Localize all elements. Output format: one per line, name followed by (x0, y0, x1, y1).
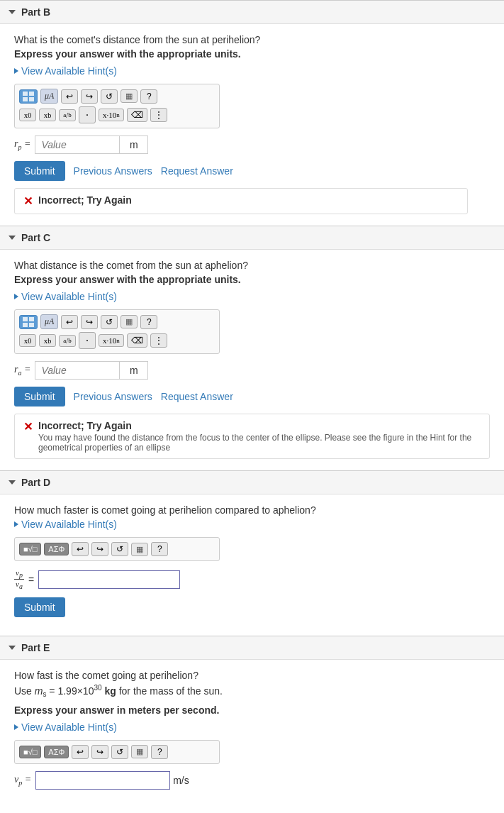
toolbar-b-row1: μA ↩ ↪ ↺ ▦ ? (19, 89, 215, 104)
tb-b-frac-btn[interactable]: a/b (59, 109, 76, 121)
tb-b-help-btn[interactable]: ? (140, 89, 157, 104)
tb-b-dot-btn[interactable]: · (79, 106, 96, 123)
part-b-feedback-content: Incorrect; Try Again (38, 194, 132, 206)
part-d-submit-button[interactable]: Submit (14, 597, 65, 617)
tb-c-del-btn[interactable]: ⌫ (127, 333, 147, 348)
tb-b-undo-btn[interactable]: ↩ (61, 89, 78, 104)
part-c-prev-answers-link[interactable]: Previous Answers (74, 391, 152, 402)
tb-e-greek-btn[interactable]: ΑΣΦ (44, 746, 69, 758)
tb-c-reset-btn[interactable]: ↺ (101, 315, 118, 329)
part-b-header: Part B (0, 1, 504, 24)
tb-b-del-btn[interactable]: ⌫ (127, 108, 147, 122)
part-e-header: Part E (0, 636, 504, 660)
tb-d-greek-btn[interactable]: ΑΣΦ (44, 543, 69, 555)
part-c-body: What distance is the comet from the sun … (0, 250, 504, 470)
part-e-hint-label: View Available Hint(s) (21, 721, 117, 733)
part-c-title: Part C (21, 232, 50, 243)
part-b-request-answer-link[interactable]: Request Answer (161, 165, 233, 177)
tb-d-reset-btn[interactable]: ↺ (111, 542, 128, 556)
tb-d-keyboard-btn[interactable]: ▦ (131, 543, 148, 556)
tb-e-help-btn[interactable]: ? (151, 745, 168, 759)
part-d-hint-label: View Available Hint(s) (21, 519, 117, 530)
part-b-question: What is the comet's distance from the su… (14, 34, 490, 45)
part-c-hint-label: View Available Hint(s) (21, 291, 117, 302)
tb-d-sqrt-btn[interactable]: ■√□ (19, 543, 41, 555)
part-b-incorrect-icon: ✕ (23, 194, 33, 208)
tb-b-reset-btn[interactable]: ↺ (101, 89, 118, 104)
part-c-incorrect-icon: ✕ (23, 420, 33, 433)
tb-c-sci-btn[interactable]: x·10n (99, 334, 124, 347)
part-e-section: Part E How fast is the comet going at pe… (0, 636, 504, 807)
part-e-question: How fast is the comet going at perihelio… (14, 670, 490, 681)
part-b-prev-answers-link[interactable]: Previous Answers (74, 165, 152, 177)
tb-d-undo-btn[interactable]: ↩ (72, 542, 89, 556)
tb-d-help-btn[interactable]: ? (151, 542, 168, 556)
tb-c-undo-btn[interactable]: ↩ (61, 315, 78, 329)
tb-c-xb-btn[interactable]: xb (39, 334, 56, 347)
part-d-toolbar: ■√□ ΑΣΦ ↩ ↪ ↺ ▦ ? (14, 537, 220, 561)
tb-e-sqrt-btn[interactable]: ■√□ (19, 746, 41, 758)
part-c-value-input[interactable] (35, 361, 120, 380)
part-d-answer-input[interactable] (38, 570, 180, 589)
tb-d-redo-btn[interactable]: ↪ (91, 542, 108, 556)
tb-c-redo-btn[interactable]: ↪ (81, 315, 98, 329)
part-b-hint-link[interactable]: View Available Hint(s) (14, 65, 490, 77)
svg-rect-7 (29, 323, 34, 327)
tb-b-redo-btn[interactable]: ↪ (81, 89, 98, 104)
tb-c-mu-btn[interactable]: μA (40, 314, 58, 329)
part-b-unit: m (120, 136, 148, 154)
toolbar-e-row1: ■√□ ΑΣΦ ↩ ↪ ↺ ▦ ? (19, 745, 215, 759)
part-d-title: Part D (21, 477, 50, 488)
part-b-toolbar: μA ↩ ↪ ↺ ▦ ? x0 xb a/b · x·10n ⌫ ⋮ (14, 84, 220, 128)
tb-c-xn-btn[interactable]: x0 (19, 334, 36, 347)
part-d-question: How much faster is comet going at perihe… (14, 504, 490, 516)
tb-c-grid-btn[interactable] (19, 315, 38, 329)
part-e-answer-input[interactable] (35, 771, 170, 790)
part-e-toolbar: ■√□ ΑΣΦ ↩ ↪ ↺ ▦ ? (14, 740, 220, 764)
part-d-body: How much faster is comet going at perihe… (0, 494, 504, 636)
tb-b-xn-btn[interactable]: x0 (19, 109, 36, 121)
tb-b-sci-btn[interactable]: x·10n (99, 109, 124, 121)
part-d-collapse-icon[interactable] (9, 480, 16, 485)
part-d-equals: = (28, 574, 34, 585)
tb-c-frac-btn[interactable]: a/b (59, 335, 76, 347)
part-d-input-label: vp va (14, 568, 24, 590)
tb-b-more-btn[interactable]: ⋮ (150, 108, 167, 122)
tb-c-help-btn[interactable]: ? (140, 315, 157, 329)
tb-e-undo-btn[interactable]: ↩ (72, 745, 89, 759)
tb-c-more-btn[interactable]: ⋮ (150, 333, 167, 348)
tb-b-xb-btn[interactable]: xb (39, 109, 56, 121)
part-c-section: Part C What distance is the comet from t… (0, 226, 504, 470)
tb-b-keyboard-btn[interactable]: ▦ (121, 89, 138, 103)
part-e-input-row: vp = m/s (14, 771, 490, 790)
tb-e-keyboard-btn[interactable]: ▦ (131, 745, 148, 758)
part-c-input-label: ra = (14, 364, 30, 377)
part-d-frac: vp va (14, 568, 24, 590)
part-e-collapse-icon[interactable] (9, 646, 16, 650)
part-b-value-input[interactable] (35, 136, 120, 154)
toolbar-c-row2: x0 xb a/b · x·10n ⌫ ⋮ (19, 332, 215, 349)
part-c-request-answer-link[interactable]: Request Answer (161, 391, 233, 402)
tb-b-grid-btn[interactable] (19, 89, 38, 104)
tb-e-reset-btn[interactable]: ↺ (111, 745, 128, 759)
svg-rect-2 (23, 97, 28, 101)
part-b-submit-button[interactable]: Submit (14, 161, 65, 181)
tb-c-keyboard-btn[interactable]: ▦ (121, 315, 138, 328)
part-b-title: Part B (21, 6, 50, 18)
part-c-toolbar: μA ↩ ↪ ↺ ▦ ? x0 xb a/b · x·10n ⌫ ⋮ (14, 309, 220, 354)
part-b-collapse-icon[interactable] (9, 10, 16, 14)
part-c-collapse-icon[interactable] (9, 236, 16, 240)
part-e-hint-link[interactable]: View Available Hint(s) (14, 721, 490, 733)
toolbar-d-row1: ■√□ ΑΣΦ ↩ ↪ ↺ ▦ ? (19, 542, 215, 556)
tb-b-mu-btn[interactable]: μA (40, 89, 58, 104)
tb-c-dot-btn[interactable]: · (79, 332, 96, 349)
part-d-hint-link[interactable]: View Available Hint(s) (14, 519, 490, 530)
part-b-feedback-main: Incorrect; Try Again (38, 194, 132, 206)
part-c-feedback-main: Incorrect; Try Again (38, 420, 132, 431)
part-b-input-label: rp = (14, 138, 30, 151)
part-c-hint-link[interactable]: View Available Hint(s) (14, 291, 490, 302)
part-d-action-row: Submit (14, 597, 490, 617)
hint-arrow-icon (14, 68, 18, 74)
tb-e-redo-btn[interactable]: ↪ (91, 745, 108, 759)
part-c-submit-button[interactable]: Submit (14, 387, 65, 406)
